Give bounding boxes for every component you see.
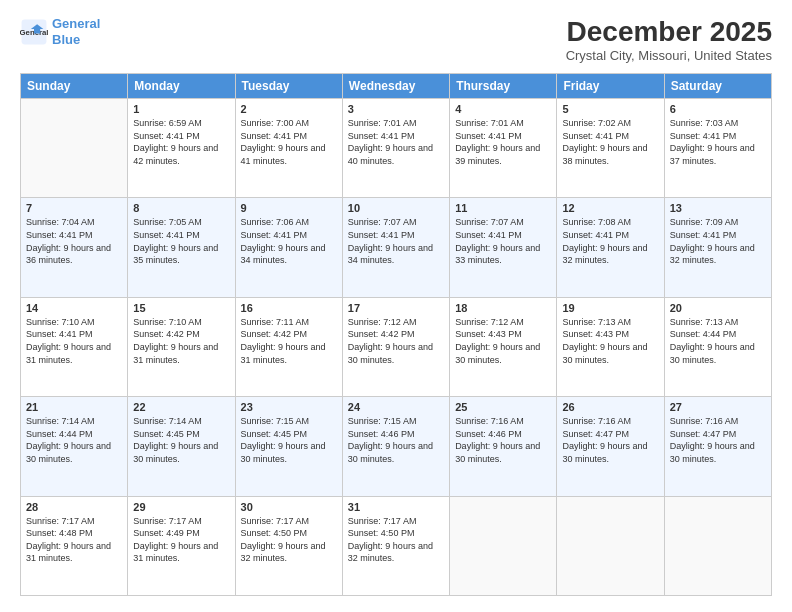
calendar-week-4: 21Sunrise: 7:14 AMSunset: 4:44 PMDayligh… xyxy=(21,397,772,496)
day-info: Sunrise: 7:16 AMSunset: 4:47 PMDaylight:… xyxy=(670,415,766,465)
day-number: 15 xyxy=(133,302,229,314)
day-number: 6 xyxy=(670,103,766,115)
calendar-cell: 12Sunrise: 7:08 AMSunset: 4:41 PMDayligh… xyxy=(557,198,664,297)
calendar-cell: 2Sunrise: 7:00 AMSunset: 4:41 PMDaylight… xyxy=(235,99,342,198)
day-info: Sunrise: 7:14 AMSunset: 4:45 PMDaylight:… xyxy=(133,415,229,465)
calendar-cell xyxy=(21,99,128,198)
day-info: Sunrise: 7:02 AMSunset: 4:41 PMDaylight:… xyxy=(562,117,658,167)
calendar-cell: 1Sunrise: 6:59 AMSunset: 4:41 PMDaylight… xyxy=(128,99,235,198)
calendar-cell: 29Sunrise: 7:17 AMSunset: 4:49 PMDayligh… xyxy=(128,496,235,595)
calendar-cell: 31Sunrise: 7:17 AMSunset: 4:50 PMDayligh… xyxy=(342,496,449,595)
day-info: Sunrise: 7:17 AMSunset: 4:49 PMDaylight:… xyxy=(133,515,229,565)
day-number: 11 xyxy=(455,202,551,214)
day-number: 27 xyxy=(670,401,766,413)
day-number: 5 xyxy=(562,103,658,115)
day-info: Sunrise: 6:59 AMSunset: 4:41 PMDaylight:… xyxy=(133,117,229,167)
day-number: 19 xyxy=(562,302,658,314)
day-info: Sunrise: 7:13 AMSunset: 4:43 PMDaylight:… xyxy=(562,316,658,366)
day-number: 10 xyxy=(348,202,444,214)
day-info: Sunrise: 7:06 AMSunset: 4:41 PMDaylight:… xyxy=(241,216,337,266)
page: General General Blue December 2025 Cryst… xyxy=(0,0,792,612)
calendar-cell: 23Sunrise: 7:15 AMSunset: 4:45 PMDayligh… xyxy=(235,397,342,496)
calendar-week-2: 7Sunrise: 7:04 AMSunset: 4:41 PMDaylight… xyxy=(21,198,772,297)
calendar-cell: 25Sunrise: 7:16 AMSunset: 4:46 PMDayligh… xyxy=(450,397,557,496)
day-info: Sunrise: 7:04 AMSunset: 4:41 PMDaylight:… xyxy=(26,216,122,266)
day-info: Sunrise: 7:12 AMSunset: 4:42 PMDaylight:… xyxy=(348,316,444,366)
calendar-cell: 24Sunrise: 7:15 AMSunset: 4:46 PMDayligh… xyxy=(342,397,449,496)
calendar-cell xyxy=(557,496,664,595)
day-number: 3 xyxy=(348,103,444,115)
calendar-cell: 19Sunrise: 7:13 AMSunset: 4:43 PMDayligh… xyxy=(557,297,664,396)
calendar-cell xyxy=(664,496,771,595)
calendar-cell: 9Sunrise: 7:06 AMSunset: 4:41 PMDaylight… xyxy=(235,198,342,297)
day-header-sunday: Sunday xyxy=(21,74,128,99)
day-number: 21 xyxy=(26,401,122,413)
calendar-cell: 22Sunrise: 7:14 AMSunset: 4:45 PMDayligh… xyxy=(128,397,235,496)
calendar-cell: 8Sunrise: 7:05 AMSunset: 4:41 PMDaylight… xyxy=(128,198,235,297)
calendar-week-1: 1Sunrise: 6:59 AMSunset: 4:41 PMDaylight… xyxy=(21,99,772,198)
day-number: 29 xyxy=(133,501,229,513)
day-info: Sunrise: 7:10 AMSunset: 4:41 PMDaylight:… xyxy=(26,316,122,366)
calendar-cell: 30Sunrise: 7:17 AMSunset: 4:50 PMDayligh… xyxy=(235,496,342,595)
day-number: 1 xyxy=(133,103,229,115)
calendar-cell: 11Sunrise: 7:07 AMSunset: 4:41 PMDayligh… xyxy=(450,198,557,297)
day-number: 24 xyxy=(348,401,444,413)
day-info: Sunrise: 7:03 AMSunset: 4:41 PMDaylight:… xyxy=(670,117,766,167)
location: Crystal City, Missouri, United States xyxy=(566,48,772,63)
calendar-cell: 18Sunrise: 7:12 AMSunset: 4:43 PMDayligh… xyxy=(450,297,557,396)
day-info: Sunrise: 7:00 AMSunset: 4:41 PMDaylight:… xyxy=(241,117,337,167)
day-info: Sunrise: 7:16 AMSunset: 4:46 PMDaylight:… xyxy=(455,415,551,465)
calendar-cell: 14Sunrise: 7:10 AMSunset: 4:41 PMDayligh… xyxy=(21,297,128,396)
day-number: 7 xyxy=(26,202,122,214)
day-info: Sunrise: 7:17 AMSunset: 4:48 PMDaylight:… xyxy=(26,515,122,565)
logo-general: General xyxy=(52,16,100,31)
calendar-cell: 17Sunrise: 7:12 AMSunset: 4:42 PMDayligh… xyxy=(342,297,449,396)
day-header-wednesday: Wednesday xyxy=(342,74,449,99)
logo-icon: General xyxy=(20,18,48,46)
calendar-cell: 26Sunrise: 7:16 AMSunset: 4:47 PMDayligh… xyxy=(557,397,664,496)
calendar-cell: 20Sunrise: 7:13 AMSunset: 4:44 PMDayligh… xyxy=(664,297,771,396)
day-info: Sunrise: 7:07 AMSunset: 4:41 PMDaylight:… xyxy=(455,216,551,266)
day-info: Sunrise: 7:07 AMSunset: 4:41 PMDaylight:… xyxy=(348,216,444,266)
day-header-tuesday: Tuesday xyxy=(235,74,342,99)
calendar-header-row: SundayMondayTuesdayWednesdayThursdayFrid… xyxy=(21,74,772,99)
calendar-week-3: 14Sunrise: 7:10 AMSunset: 4:41 PMDayligh… xyxy=(21,297,772,396)
day-header-thursday: Thursday xyxy=(450,74,557,99)
calendar-week-5: 28Sunrise: 7:17 AMSunset: 4:48 PMDayligh… xyxy=(21,496,772,595)
title-block: December 2025 Crystal City, Missouri, Un… xyxy=(566,16,772,63)
logo-text: General Blue xyxy=(52,16,100,47)
day-info: Sunrise: 7:15 AMSunset: 4:45 PMDaylight:… xyxy=(241,415,337,465)
day-info: Sunrise: 7:10 AMSunset: 4:42 PMDaylight:… xyxy=(133,316,229,366)
day-number: 8 xyxy=(133,202,229,214)
month-title: December 2025 xyxy=(566,16,772,48)
day-number: 20 xyxy=(670,302,766,314)
day-info: Sunrise: 7:01 AMSunset: 4:41 PMDaylight:… xyxy=(455,117,551,167)
calendar-cell xyxy=(450,496,557,595)
calendar-cell: 7Sunrise: 7:04 AMSunset: 4:41 PMDaylight… xyxy=(21,198,128,297)
day-number: 28 xyxy=(26,501,122,513)
day-header-friday: Friday xyxy=(557,74,664,99)
day-info: Sunrise: 7:08 AMSunset: 4:41 PMDaylight:… xyxy=(562,216,658,266)
day-number: 14 xyxy=(26,302,122,314)
day-number: 31 xyxy=(348,501,444,513)
day-info: Sunrise: 7:01 AMSunset: 4:41 PMDaylight:… xyxy=(348,117,444,167)
day-header-monday: Monday xyxy=(128,74,235,99)
logo: General General Blue xyxy=(20,16,100,47)
day-number: 25 xyxy=(455,401,551,413)
calendar-cell: 28Sunrise: 7:17 AMSunset: 4:48 PMDayligh… xyxy=(21,496,128,595)
calendar-cell: 5Sunrise: 7:02 AMSunset: 4:41 PMDaylight… xyxy=(557,99,664,198)
day-number: 17 xyxy=(348,302,444,314)
day-number: 16 xyxy=(241,302,337,314)
day-number: 9 xyxy=(241,202,337,214)
calendar-table: SundayMondayTuesdayWednesdayThursdayFrid… xyxy=(20,73,772,596)
day-info: Sunrise: 7:17 AMSunset: 4:50 PMDaylight:… xyxy=(241,515,337,565)
day-info: Sunrise: 7:13 AMSunset: 4:44 PMDaylight:… xyxy=(670,316,766,366)
day-info: Sunrise: 7:09 AMSunset: 4:41 PMDaylight:… xyxy=(670,216,766,266)
calendar-cell: 27Sunrise: 7:16 AMSunset: 4:47 PMDayligh… xyxy=(664,397,771,496)
calendar-cell: 10Sunrise: 7:07 AMSunset: 4:41 PMDayligh… xyxy=(342,198,449,297)
calendar-cell: 16Sunrise: 7:11 AMSunset: 4:42 PMDayligh… xyxy=(235,297,342,396)
day-info: Sunrise: 7:05 AMSunset: 4:41 PMDaylight:… xyxy=(133,216,229,266)
day-number: 30 xyxy=(241,501,337,513)
calendar-cell: 15Sunrise: 7:10 AMSunset: 4:42 PMDayligh… xyxy=(128,297,235,396)
day-number: 26 xyxy=(562,401,658,413)
